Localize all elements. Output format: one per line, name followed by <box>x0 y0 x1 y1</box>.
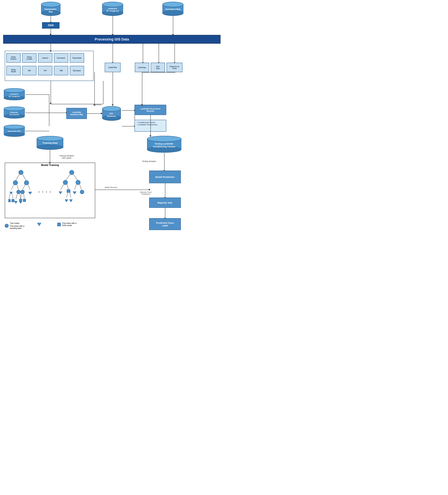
svg-line-66 <box>23 174 27 181</box>
testing-samples-label: Testing Samples <box>139 160 159 163</box>
svg-point-73 <box>21 190 25 194</box>
majority-vote-box: Majority Vote <box>149 197 181 208</box>
svg-line-68 <box>11 185 14 190</box>
svg-point-39 <box>4 133 25 137</box>
arrow-vote-predicted <box>165 208 165 218</box>
svg-text:Geological Map: Geological Map <box>165 8 180 10</box>
arrow-factors-training <box>51 81 51 103</box>
soil-type-box: Soil Type <box>151 63 165 72</box>
arrow-landsat-proc <box>113 16 113 35</box>
arrow-proc-factors <box>51 44 51 51</box>
svg-point-71 <box>17 190 20 194</box>
occurrence-records-box: Landslide Occurrence Records <box>135 105 166 115</box>
svg-point-88 <box>69 170 74 175</box>
triangle-icon <box>37 223 41 226</box>
sti-box: STI <box>38 66 52 75</box>
arrow-landsat-inv <box>25 94 49 95</box>
arrow-gis-records <box>122 110 135 110</box>
svg-line-86 <box>24 194 25 199</box>
arrow-dem-proc <box>51 28 51 34</box>
toposhade-box: Toposhade <box>70 53 84 63</box>
svg-line-74 <box>28 185 30 190</box>
arrow-all-to-training <box>103 81 103 104</box>
svg-line-82 <box>20 194 21 199</box>
svg-marker-104 <box>69 200 72 202</box>
land-use-box: Land Use <box>105 63 121 72</box>
model-training-label: Model Training <box>41 164 59 166</box>
svg-rect-96 <box>67 190 70 192</box>
svg-line-84 <box>21 194 21 199</box>
predicted-class-box: Predicted Class Label <box>149 218 181 230</box>
legend-square-item: Tree leave with a SVM model <box>57 222 76 227</box>
model-training-box: Model Training <box>5 163 95 218</box>
dots-separator: . . . . <box>38 188 51 193</box>
svg-point-47 <box>102 106 121 111</box>
svg-point-12 <box>102 2 123 7</box>
arrow-geo-proc <box>173 16 173 35</box>
arrow-v-left-inv <box>49 94 49 126</box>
distance-fault-box: Distance to Fault <box>167 63 182 72</box>
svg-point-19 <box>163 2 183 7</box>
svg-point-53 <box>37 145 63 150</box>
geological-map-shape: Geological Map <box>162 1 184 16</box>
topographic-map-shape: Topographic Map <box>41 1 61 16</box>
svg-line-64 <box>15 174 19 181</box>
svg-point-40 <box>4 125 25 129</box>
arrow-proc-landuse <box>113 44 113 63</box>
svg-line-93 <box>61 184 64 190</box>
gis-database-shape: GIS Database <box>101 106 122 121</box>
legend-svm-text: Tree leave with a SVM model <box>62 222 76 227</box>
lithology-box: Lithology <box>135 63 149 72</box>
arrow-join-inv <box>49 113 66 113</box>
arrow-h-to-training <box>51 104 103 104</box>
svg-point-92 <box>76 180 80 185</box>
arrow-gps-inv <box>25 131 49 131</box>
svg-point-90 <box>63 180 68 185</box>
twi-box: TWI <box>54 66 68 75</box>
arrow-litho-down <box>142 72 142 105</box>
svg-rect-79 <box>12 199 14 202</box>
training-data-shape: Training Data <box>36 136 64 150</box>
svg-point-18 <box>163 11 183 16</box>
arrow-inv-gis <box>87 113 101 114</box>
svg-line-101 <box>67 192 68 197</box>
legend-triangle-item <box>37 222 41 226</box>
diagram-container: Topographic Map Landsat-8 OLI Imaginery <box>0 0 224 248</box>
svg-line-89 <box>65 174 70 181</box>
svg-marker-98 <box>73 192 76 194</box>
curvature-box: Curvature <box>54 53 68 63</box>
regional-docs-shape: Regional Documents <box>3 106 25 119</box>
svg-line-91 <box>73 174 78 181</box>
arrowhead-landuse-down <box>112 104 114 106</box>
legend-area: Tree nodes Tree leave with a deciding la… <box>5 222 76 229</box>
handheld-gps-shape: Hand-Held GPS <box>3 124 25 137</box>
arrow-regional-inv <box>25 113 49 113</box>
slope-degree-box: Slope Degree <box>6 53 21 63</box>
svg-marker-69 <box>10 192 12 194</box>
arrow-geo-join-h <box>142 72 175 72</box>
tree-node-icon <box>5 224 9 228</box>
svg-line-80 <box>16 194 17 199</box>
arrow-landuse-down <box>113 72 113 105</box>
arrow-training-model <box>50 150 50 163</box>
svg-point-33 <box>4 107 25 111</box>
arrowhead-model-prediction <box>149 189 150 191</box>
svg-point-67 <box>24 180 29 185</box>
decision-trees-label: Decision Trees' Predictions <box>136 191 156 195</box>
arrow-model-prediction <box>95 190 149 190</box>
arrowhead-litho-down <box>141 104 143 106</box>
legend-nodes-text: Tree nodes Tree leave with a deciding la… <box>10 222 24 229</box>
dem-box: DEM <box>42 22 59 28</box>
svg-marker-102 <box>65 200 68 202</box>
arrow-factors-gis <box>95 72 95 106</box>
elevation-box: Elevation <box>70 66 84 75</box>
valley-depth-box: Valley Depth <box>6 66 21 75</box>
svg-point-61 <box>147 136 181 142</box>
legend-nodes-item: Tree nodes Tree leave with a deciding la… <box>5 222 24 229</box>
arrow-prediction-vote <box>165 183 165 197</box>
svg-point-5 <box>41 2 60 7</box>
square-icon <box>57 223 61 226</box>
spi-box: SPI <box>22 66 37 75</box>
svg-point-63 <box>19 170 23 175</box>
svg-text:Landsat-8
        OLI Imaginer: Landsat-8 OLI Imaginery <box>106 7 119 12</box>
